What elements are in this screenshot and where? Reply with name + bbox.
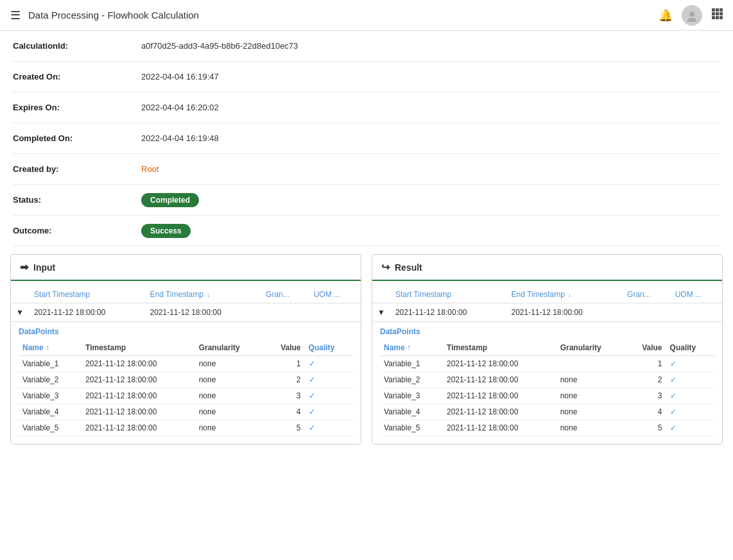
rdp-quality: ✓ xyxy=(666,404,714,420)
created-on-row: Created On: 2022-04-04 16:19:47 xyxy=(13,62,720,92)
input-panel-header: ➡ Input xyxy=(11,255,361,281)
result-dp-table: Name ↑ Timestamp Granularity Value Quali… xyxy=(380,340,714,436)
rdp-quality: ✓ xyxy=(666,372,714,388)
rdp-quality: ✓ xyxy=(666,420,714,436)
list-item: Variable_3 2021-11-12 18:00:00 none 3 ✓ xyxy=(380,388,714,404)
dp-col-value: Value xyxy=(265,340,305,356)
result-expand-chevron[interactable]: ▼ xyxy=(372,303,390,322)
created-by-value[interactable]: Root xyxy=(141,164,159,174)
input-dp-table: Name ↑ Timestamp Granularity Value Quali… xyxy=(19,340,353,436)
rdp-granularity xyxy=(556,356,626,372)
dp-col-granularity: Granularity xyxy=(195,340,265,356)
rdp-col-granularity: Granularity xyxy=(556,340,626,356)
rdp-timestamp: 2021-11-12 18:00:00 xyxy=(443,388,556,404)
list-item: Variable_2 2021-11-12 18:00:00 none 2 ✓ xyxy=(380,372,714,388)
header-right: 🔔 xyxy=(659,5,723,26)
list-item: Variable_1 2021-11-12 18:00:00 1 ✓ xyxy=(380,356,714,372)
rdp-value: 2 xyxy=(626,372,666,388)
result-datapoints-section: DataPoints Name ↑ Timestamp Granularity … xyxy=(372,322,722,444)
result-panel-body: Start Timestamp End Timestamp ↓ Gran... … xyxy=(372,281,722,444)
svg-rect-4 xyxy=(720,8,723,12)
result-start-value: 2021-11-12 18:00:00 xyxy=(390,303,506,322)
completed-on-value: 2022-04-04 16:19:48 xyxy=(141,133,219,143)
grid-icon[interactable] xyxy=(711,8,723,22)
rdp-timestamp: 2021-11-12 18:00:00 xyxy=(443,404,556,420)
list-item: Variable_5 2021-11-12 18:00:00 none 5 ✓ xyxy=(19,420,353,436)
expires-on-value: 2022-04-04 16:20:02 xyxy=(141,103,219,112)
svg-rect-2 xyxy=(712,8,715,12)
svg-rect-8 xyxy=(712,16,715,19)
dp-name: Variable_2 xyxy=(19,372,82,388)
input-uom-value xyxy=(309,303,361,322)
status-label: Status: xyxy=(13,195,141,205)
created-by-label: Created by: xyxy=(13,164,141,174)
rdp-timestamp: 2021-11-12 18:00:00 xyxy=(443,356,556,372)
result-summary-table: Start Timestamp End Timestamp ↓ Gran... … xyxy=(372,286,722,322)
input-icon: ➡ xyxy=(20,261,28,273)
rdp-quality: ✓ xyxy=(666,388,714,404)
rdp-col-quality: Quality xyxy=(666,340,714,356)
calculation-id-label: CalculationId: xyxy=(13,41,141,51)
dp-value: 2 xyxy=(265,372,305,388)
input-start-value: 2021-11-12 18:00:00 xyxy=(29,303,145,322)
rdp-name: Variable_5 xyxy=(380,420,443,436)
dp-quality: ✓ xyxy=(305,420,353,436)
hamburger-icon[interactable]: ☰ xyxy=(10,8,21,22)
rdp-granularity: none xyxy=(556,420,626,436)
outcome-row: Outcome: Success xyxy=(13,216,720,246)
svg-rect-7 xyxy=(720,12,723,15)
rdp-col-name: Name ↑ xyxy=(380,340,443,356)
input-panel: ➡ Input Start Timestamp End Timestamp ↓ … xyxy=(10,254,361,445)
input-end-value: 2021-11-12 18:00:00 xyxy=(144,303,261,322)
svg-rect-3 xyxy=(716,8,719,12)
dp-value: 5 xyxy=(265,420,305,436)
outcome-badge: Success xyxy=(141,224,191,238)
bell-icon[interactable]: 🔔 xyxy=(659,8,673,22)
svg-rect-10 xyxy=(720,16,723,19)
list-item: Variable_1 2021-11-12 18:00:00 none 1 ✓ xyxy=(19,356,353,372)
metadata-section: CalculationId: a0f70d25-add3-4a95-b8b6-2… xyxy=(0,31,733,246)
avatar[interactable] xyxy=(682,5,702,26)
status-badge: Completed xyxy=(141,193,199,207)
dp-name: Variable_1 xyxy=(19,356,82,372)
dp-col-timestamp: Timestamp xyxy=(82,340,195,356)
result-summary-row: ▼ 2021-11-12 18:00:00 2021-11-12 18:00:0… xyxy=(372,303,722,322)
dp-name: Variable_3 xyxy=(19,388,82,404)
expires-on-row: Expires On: 2022-04-04 16:20:02 xyxy=(13,92,720,123)
rdp-value: 1 xyxy=(626,356,666,372)
dp-timestamp: 2021-11-12 18:00:00 xyxy=(82,420,195,436)
dp-timestamp: 2021-11-12 18:00:00 xyxy=(82,388,195,404)
input-panel-body: Start Timestamp End Timestamp ↓ Gran... … xyxy=(11,281,361,444)
result-panel: ↪ Result Start Timestamp End Timestamp ↓… xyxy=(372,254,723,445)
result-gran-value xyxy=(622,303,670,322)
status-row: Status: Completed xyxy=(13,185,720,216)
created-on-value: 2022-04-04 16:19:47 xyxy=(141,72,219,81)
rdp-value: 5 xyxy=(626,420,666,436)
input-summary-table: Start Timestamp End Timestamp ↓ Gran... … xyxy=(11,286,361,322)
dp-timestamp: 2021-11-12 18:00:00 xyxy=(82,372,195,388)
expand-chevron[interactable]: ▼ xyxy=(11,303,29,322)
created-by-row: Created by: Root xyxy=(13,154,720,185)
outcome-value: Success xyxy=(141,224,191,238)
dp-granularity: none xyxy=(195,404,265,420)
created-on-label: Created On: xyxy=(13,72,141,81)
rdp-name: Variable_1 xyxy=(380,356,443,372)
svg-rect-9 xyxy=(716,16,719,19)
result-col-end: End Timestamp ↓ xyxy=(506,286,622,303)
list-item: Variable_4 2021-11-12 18:00:00 none 4 ✓ xyxy=(380,404,714,420)
input-col-uom: UOM ... xyxy=(309,286,361,303)
input-gran-value xyxy=(261,303,309,322)
page-title: Data Processing - Flowhook Calculation xyxy=(28,10,199,21)
result-panel-header: ↪ Result xyxy=(372,255,722,281)
svg-rect-5 xyxy=(712,12,715,15)
dp-timestamp: 2021-11-12 18:00:00 xyxy=(82,356,195,372)
result-col-gran: Gran... xyxy=(622,286,670,303)
input-col-gran: Gran... xyxy=(261,286,309,303)
app-header: ☰ Data Processing - Flowhook Calculation… xyxy=(0,0,733,31)
dp-value: 3 xyxy=(265,388,305,404)
status-value: Completed xyxy=(141,193,199,207)
list-item: Variable_3 2021-11-12 18:00:00 none 3 ✓ xyxy=(19,388,353,404)
dp-quality: ✓ xyxy=(305,388,353,404)
rdp-granularity: none xyxy=(556,404,626,420)
dp-value: 4 xyxy=(265,404,305,420)
